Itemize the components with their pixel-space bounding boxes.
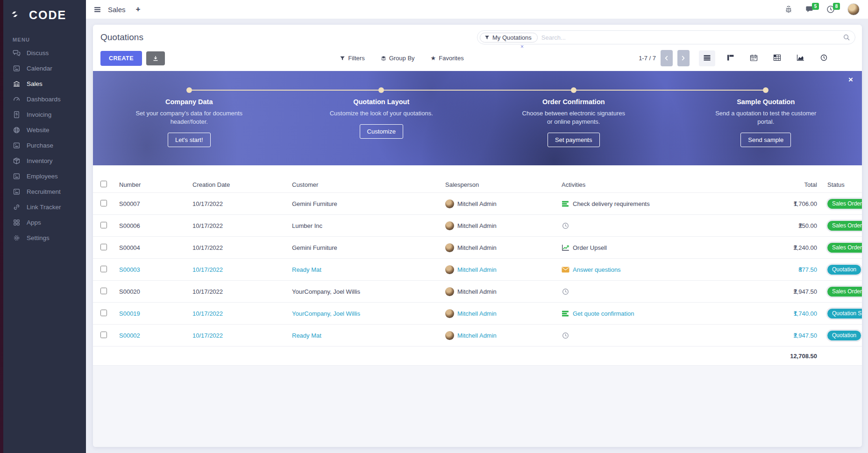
view-graph-button[interactable] xyxy=(792,50,809,66)
sidebar-item-apps[interactable]: Apps xyxy=(3,215,86,230)
sidebar-item-link-tracker[interactable]: Link Tracker xyxy=(3,199,86,215)
activities-clock-icon[interactable]: 8 xyxy=(826,5,835,14)
row-checkbox[interactable] xyxy=(100,310,107,316)
view-activity-button[interactable] xyxy=(816,50,832,66)
table-row[interactable]: S00007 10/17/2022 Gemini Furniture Mitch… xyxy=(93,193,862,215)
new-tab-button[interactable]: + xyxy=(136,5,141,14)
sidebar-item-invoicing[interactable]: Invoicing xyxy=(3,107,86,122)
cell-creation-date: 10/17/2022 xyxy=(191,266,290,273)
step-description: Choose between electronic signatures or … xyxy=(519,109,628,126)
salesperson-avatar xyxy=(445,265,454,274)
cell-activities[interactable]: Get quote confirmation xyxy=(560,310,723,317)
step-action-button[interactable]: Set payments xyxy=(548,133,600,147)
sidebar-item-inventory[interactable]: Inventory xyxy=(3,153,86,169)
cell-activities[interactable]: Answer questions xyxy=(560,266,723,273)
search-icon[interactable] xyxy=(843,34,850,41)
placeholder-icon xyxy=(13,142,21,149)
export-button[interactable] xyxy=(146,51,165,65)
cell-activities[interactable] xyxy=(560,332,723,339)
salesperson-avatar xyxy=(445,199,454,208)
salesperson-name: Mitchell Admin xyxy=(457,200,497,207)
view-calendar-button[interactable] xyxy=(746,50,762,66)
row-checkbox[interactable] xyxy=(100,332,107,338)
sidebar-item-recruitment[interactable]: Recruitment xyxy=(3,184,86,199)
link-icon xyxy=(13,203,21,211)
step-action-button[interactable]: Send sample xyxy=(740,133,791,147)
cell-total: ₹877.50 xyxy=(723,266,820,273)
funnel-icon xyxy=(484,35,490,40)
column-header-number[interactable]: Number xyxy=(117,181,191,188)
cell-customer: Gemini Furniture xyxy=(290,200,443,207)
table-row[interactable]: S00006 10/17/2022 Lumber Inc Mitchell Ad… xyxy=(93,215,862,237)
step-dot xyxy=(378,87,384,93)
column-header-creation-date[interactable]: Creation Date xyxy=(191,181,290,188)
column-header-salesperson[interactable]: Salesperson xyxy=(443,181,560,188)
gear-icon xyxy=(13,234,21,242)
group-by-button[interactable]: Group By xyxy=(381,55,415,62)
cell-total: ₹2,947.50 xyxy=(723,288,820,295)
salesperson-avatar xyxy=(445,243,454,252)
step-action-button[interactable]: Customize xyxy=(360,124,403,139)
brand-logo[interactable]: CODE xyxy=(3,0,86,27)
sidebar-item-calendar[interactable]: Calendar xyxy=(3,61,86,76)
column-header-status[interactable]: Status xyxy=(820,181,862,188)
facet-remove-icon[interactable]: × xyxy=(520,43,524,50)
cell-activities[interactable] xyxy=(560,288,723,295)
create-button[interactable]: CREATE xyxy=(100,51,142,66)
funnel-icon xyxy=(340,56,345,61)
table-row[interactable]: S00019 10/17/2022 YourCompany, Joel Will… xyxy=(93,303,862,325)
table-row[interactable]: S00004 10/17/2022 Gemini Furniture Mitch… xyxy=(93,237,862,259)
sidebar-item-website[interactable]: Website xyxy=(3,122,86,138)
pager-next-button[interactable] xyxy=(677,50,690,66)
cell-salesperson: Mitchell Admin xyxy=(443,309,560,318)
salesperson-name: Mitchell Admin xyxy=(457,332,497,339)
activity-view-icon xyxy=(820,54,828,63)
sidebar-menu: Discuss Calendar Sales Dashboards Invoic… xyxy=(3,45,86,246)
sidebar-item-purchase[interactable]: Purchase xyxy=(3,138,86,153)
salesperson-avatar xyxy=(445,309,454,318)
cell-creation-date: 10/17/2022 xyxy=(191,200,290,207)
row-checkbox[interactable] xyxy=(100,200,107,206)
cell-creation-date: 10/17/2022 xyxy=(191,332,290,339)
table-row[interactable]: S00003 10/17/2022 Ready Mat Mitchell Adm… xyxy=(93,259,862,281)
column-header-activities[interactable]: Activities xyxy=(560,181,723,188)
cell-activities[interactable]: Check delivery requirements xyxy=(560,200,723,207)
view-list-button[interactable] xyxy=(699,50,715,66)
table-row[interactable]: S00020 10/17/2022 YourCompany, Joel Will… xyxy=(93,281,862,303)
favorites-button[interactable]: ★ Favorites xyxy=(431,55,464,62)
sidebar-item-label: Invoicing xyxy=(27,111,51,118)
cell-activities[interactable] xyxy=(560,222,723,229)
messages-icon[interactable]: 5 xyxy=(805,5,814,14)
user-avatar[interactable] xyxy=(847,3,860,15)
row-checkbox[interactable] xyxy=(100,266,107,272)
row-checkbox[interactable] xyxy=(100,288,107,294)
search-bar[interactable]: My Quotations × xyxy=(477,30,855,44)
chevron-right-icon xyxy=(681,55,685,61)
cell-salesperson: Mitchell Admin xyxy=(443,221,560,230)
sidebar-item-sales[interactable]: Sales xyxy=(3,76,86,92)
column-header-total[interactable]: Total xyxy=(723,181,820,188)
column-header-customer[interactable]: Customer xyxy=(290,181,443,188)
debug-bug-icon[interactable] xyxy=(784,5,793,14)
banner-close-icon[interactable]: × xyxy=(848,76,853,84)
sidebar-item-discuss[interactable]: Discuss xyxy=(3,45,86,61)
sidebar-item-settings[interactable]: Settings xyxy=(3,230,86,246)
hamburger-menu-icon[interactable] xyxy=(93,6,101,14)
table-row[interactable]: S00002 10/17/2022 Ready Mat Mitchell Adm… xyxy=(93,325,862,347)
pager-previous-button[interactable] xyxy=(661,50,673,66)
row-checkbox[interactable] xyxy=(100,222,107,228)
row-checkbox[interactable] xyxy=(100,244,107,250)
select-all-checkbox[interactable] xyxy=(100,181,107,187)
search-facet[interactable]: My Quotations xyxy=(480,33,538,42)
step-action-button[interactable]: Let's start! xyxy=(168,133,211,147)
search-input[interactable] xyxy=(538,34,843,41)
salesperson-name: Mitchell Admin xyxy=(457,266,497,273)
app-name[interactable]: Sales xyxy=(108,6,126,14)
view-pivot-button[interactable] xyxy=(769,50,785,66)
sidebar-item-employees[interactable]: Employees xyxy=(3,169,86,184)
view-kanban-button[interactable] xyxy=(722,50,739,66)
sidebar-item-dashboards[interactable]: Dashboards xyxy=(3,92,86,107)
filters-button[interactable]: Filters xyxy=(340,55,364,62)
cell-status: Quotation xyxy=(820,265,862,275)
cell-activities[interactable]: Order Upsell xyxy=(560,244,723,251)
